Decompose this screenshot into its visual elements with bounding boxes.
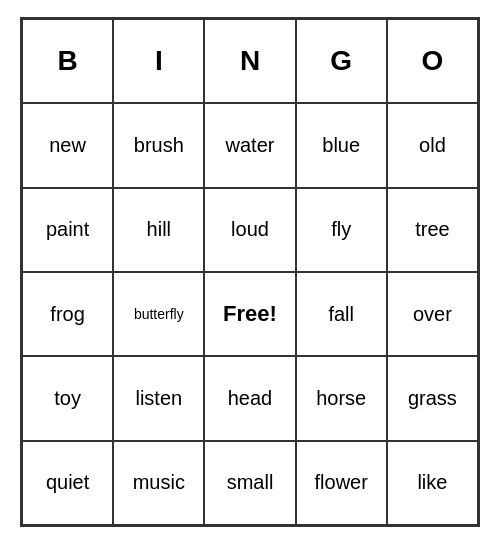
row-2: paint hill loud fly tree <box>22 188 478 272</box>
header-o: O <box>387 19 478 103</box>
cell-2-1: hill <box>113 188 204 272</box>
cell-1-2: water <box>204 103 295 187</box>
header-b: B <box>22 19 113 103</box>
row-3: frog butterfly Free! fall over <box>22 272 478 356</box>
cell-3-0: frog <box>22 272 113 356</box>
cell-5-3: flower <box>296 441 387 525</box>
cell-2-0: paint <box>22 188 113 272</box>
cell-4-4: grass <box>387 356 478 440</box>
header-i: I <box>113 19 204 103</box>
header-row: B I N G O <box>22 19 478 103</box>
cell-2-4: tree <box>387 188 478 272</box>
cell-3-2-free: Free! <box>204 272 295 356</box>
cell-3-3: fall <box>296 272 387 356</box>
cell-1-3: blue <box>296 103 387 187</box>
cell-4-0: toy <box>22 356 113 440</box>
cell-5-0: quiet <box>22 441 113 525</box>
bingo-card: B I N G O new brush water blue old paint… <box>20 17 480 527</box>
cell-4-2: head <box>204 356 295 440</box>
cell-1-4: old <box>387 103 478 187</box>
row-4: toy listen head horse grass <box>22 356 478 440</box>
cell-5-2: small <box>204 441 295 525</box>
cell-2-3: fly <box>296 188 387 272</box>
cell-3-1: butterfly <box>113 272 204 356</box>
cell-4-3: horse <box>296 356 387 440</box>
header-g: G <box>296 19 387 103</box>
cell-1-0: new <box>22 103 113 187</box>
header-n: N <box>204 19 295 103</box>
cell-3-4: over <box>387 272 478 356</box>
cell-2-2: loud <box>204 188 295 272</box>
cell-1-1: brush <box>113 103 204 187</box>
cell-5-4: like <box>387 441 478 525</box>
row-1: new brush water blue old <box>22 103 478 187</box>
cell-5-1: music <box>113 441 204 525</box>
row-5: quiet music small flower like <box>22 441 478 525</box>
cell-4-1: listen <box>113 356 204 440</box>
